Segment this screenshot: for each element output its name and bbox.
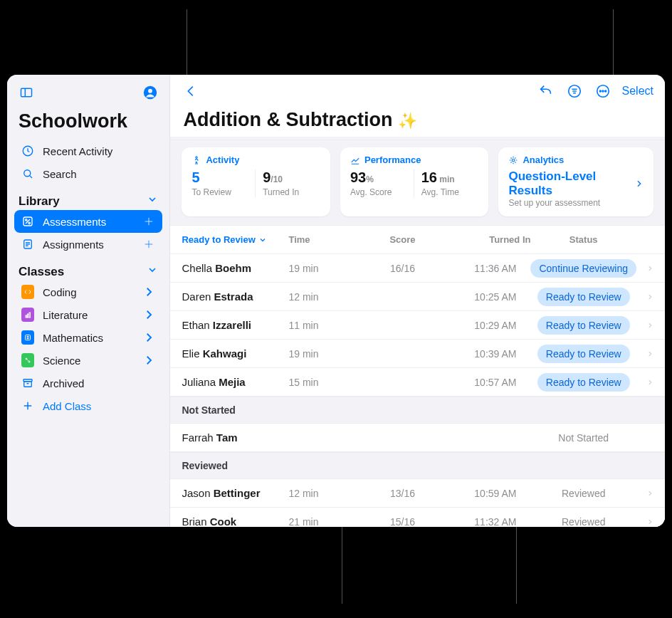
svg-rect-19 bbox=[26, 315, 27, 318]
disclosure-chevron bbox=[636, 263, 653, 273]
column-turned-in[interactable]: Turned In bbox=[445, 234, 530, 245]
student-name: Brian Cook bbox=[182, 515, 288, 527]
page-title: Addition & Subtraction ✨ bbox=[170, 102, 665, 137]
filter-button[interactable] bbox=[564, 80, 585, 102]
question-level-link[interactable]: Question-Level Results bbox=[508, 169, 644, 198]
main-content: Select Addition & Subtraction ✨ Activity… bbox=[170, 75, 665, 527]
plus-icon bbox=[21, 399, 34, 412]
filter-icon bbox=[567, 83, 582, 99]
card-title: Performance bbox=[364, 154, 421, 165]
column-score[interactable]: Score bbox=[359, 234, 445, 245]
sidebar-class-literature[interactable]: Literature bbox=[14, 303, 162, 326]
app-title: Schoolwork bbox=[7, 105, 169, 140]
profile-button[interactable] bbox=[141, 83, 159, 102]
sidebar: Schoolwork Recent Activity Search Librar… bbox=[7, 75, 170, 527]
plus-icon bbox=[142, 215, 155, 228]
class-color-icon bbox=[21, 354, 34, 367]
svg-rect-20 bbox=[28, 314, 29, 318]
section-label: Classes bbox=[19, 265, 64, 279]
back-button[interactable] bbox=[180, 80, 201, 102]
table-row[interactable]: Jason Bettinger12 min13/1610:59 AMReview… bbox=[170, 479, 665, 508]
table-row[interactable]: Daren Estrada12 min10:25 AMReady to Revi… bbox=[170, 283, 665, 311]
sparkle-analytics-icon bbox=[508, 155, 518, 165]
sidebar-item-label: Archived bbox=[43, 377, 155, 389]
student-name: Elie Kahwagi bbox=[182, 347, 288, 360]
section-label: Library bbox=[19, 194, 60, 209]
status-pill[interactable]: Ready to Review bbox=[537, 373, 630, 392]
chevron-right-icon bbox=[142, 331, 155, 344]
sidebar-item-label: Mathematics bbox=[43, 332, 134, 344]
table-row[interactable]: Elie Kahwagi19 min10:39 AMReady to Revie… bbox=[170, 340, 665, 368]
turned-in-cell: 10:29 AM bbox=[445, 320, 530, 331]
student-name: Ethan Izzarelli bbox=[182, 319, 288, 331]
sidebar-item-label: Search bbox=[43, 168, 155, 180]
turned-in-label: Turned In bbox=[263, 187, 320, 197]
summary-cards: Activity 5 To Review 9/10 Turned In bbox=[170, 140, 665, 226]
sidebar-add-class[interactable]: Add Class bbox=[14, 394, 162, 417]
table-row[interactable]: Farrah TamNot Started bbox=[170, 424, 665, 452]
svg-point-27 bbox=[28, 361, 30, 362]
status-pill[interactable]: Ready to Review bbox=[537, 316, 630, 335]
table-row[interactable]: Ethan Izzarelli11 min10:29 AMReady to Re… bbox=[170, 311, 665, 340]
sidebar-class-coding[interactable]: Coding bbox=[14, 281, 162, 303]
svg-point-42 bbox=[196, 156, 197, 157]
performance-card[interactable]: Performance 93% Avg. Score 16 min Avg. T… bbox=[340, 147, 489, 216]
select-button[interactable]: Select bbox=[621, 82, 655, 100]
analytics-card[interactable]: Analytics Question-Level Results Set up … bbox=[498, 147, 653, 216]
status-pill[interactable]: Ready to Review bbox=[537, 288, 630, 306]
svg-rect-21 bbox=[29, 313, 31, 318]
sidebar-item-label: Assignments bbox=[43, 239, 134, 251]
svg-point-41 bbox=[604, 90, 606, 92]
sidebar-item-label: Add Class bbox=[43, 400, 155, 412]
avg-score-value: 93 bbox=[350, 169, 366, 185]
status-pill[interactable]: Ready to Review bbox=[537, 345, 630, 363]
student-name: Jason Bettinger bbox=[182, 487, 288, 499]
sidebar-assessments[interactable]: Assessments bbox=[14, 210, 162, 233]
table-row[interactable]: Chella Boehm19 min16/1611:36 AMContinue … bbox=[170, 254, 665, 283]
analytics-subtitle: Set up your assessment bbox=[508, 198, 644, 208]
sidebar-recent-activity[interactable]: Recent Activity bbox=[14, 140, 162, 162]
chevron-down-icon bbox=[258, 236, 267, 244]
add-assignment-button[interactable] bbox=[142, 238, 155, 251]
svg-point-5 bbox=[24, 170, 31, 177]
percent-icon bbox=[21, 215, 34, 228]
svg-line-6 bbox=[30, 176, 32, 178]
sidebar-item-label: Recent Activity bbox=[43, 145, 155, 157]
svg-point-9 bbox=[28, 222, 30, 224]
chart-icon bbox=[350, 155, 360, 165]
undo-button[interactable] bbox=[535, 80, 557, 102]
disclosure-chevron bbox=[636, 377, 653, 387]
status-pill[interactable]: Continue Reviewing bbox=[530, 259, 636, 278]
column-ready-to-review[interactable]: Ready to Review bbox=[182, 234, 288, 245]
library-section-header[interactable]: Library bbox=[7, 185, 169, 210]
turned-in-cell: 10:57 AM bbox=[445, 377, 530, 388]
table-row[interactable]: Brian Cook21 min15/1611:32 AMReviewed bbox=[170, 508, 665, 527]
time-cell: 12 min bbox=[288, 488, 359, 499]
sidebar-assignments[interactable]: Assignments bbox=[14, 233, 162, 256]
add-assessment-button[interactable] bbox=[142, 215, 155, 228]
column-time[interactable]: Time bbox=[288, 234, 359, 245]
turned-in-cell: 10:59 AM bbox=[445, 488, 530, 499]
sidebar-class-science[interactable]: Science bbox=[14, 349, 162, 372]
svg-point-43 bbox=[513, 159, 515, 162]
sidebar-archived[interactable]: Archived bbox=[14, 372, 162, 394]
more-button[interactable] bbox=[592, 80, 614, 102]
svg-point-39 bbox=[599, 90, 601, 92]
column-status[interactable]: Status bbox=[530, 234, 636, 245]
chevron-down-icon bbox=[147, 264, 158, 279]
sidebar-toggle-button[interactable] bbox=[17, 83, 36, 102]
disclosure-chevron bbox=[636, 349, 653, 359]
turned-in-value: 9 bbox=[263, 169, 271, 185]
class-color-icon bbox=[21, 286, 34, 298]
sidebar-search[interactable]: Search bbox=[14, 162, 162, 185]
plus-icon bbox=[142, 238, 155, 251]
avg-time-unit: min bbox=[437, 174, 455, 184]
activity-card[interactable]: Activity 5 To Review 9/10 Turned In bbox=[182, 147, 330, 216]
time-cell: 19 min bbox=[288, 263, 359, 274]
to-review-value: 5 bbox=[191, 169, 199, 185]
table-row[interactable]: Juliana Mejia15 min10:57 AMReady to Revi… bbox=[170, 368, 665, 397]
classes-section-header[interactable]: Classes bbox=[7, 256, 169, 281]
time-cell: 15 min bbox=[288, 377, 359, 388]
profile-icon bbox=[142, 85, 158, 100]
sidebar-class-mathematics[interactable]: Mathematics bbox=[14, 326, 162, 349]
